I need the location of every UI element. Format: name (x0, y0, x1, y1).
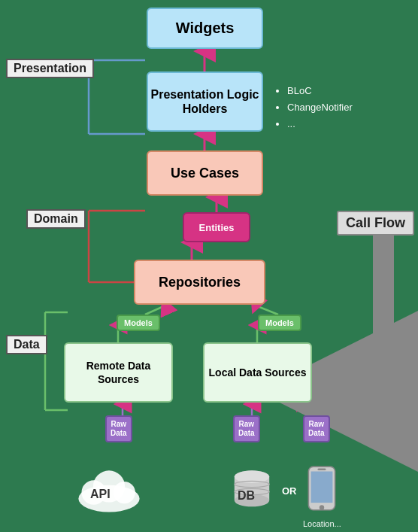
data-label: Data (6, 335, 47, 354)
bullet-item-bloc: BLoC (287, 83, 353, 99)
local-ds-label: Local Data Sources (209, 366, 307, 379)
call-flow-label: Call Flow (337, 211, 414, 236)
presentation-label: Presentation (6, 59, 94, 78)
plh-label: Presentation Logic Holders (148, 87, 262, 116)
domain-label: Domain (26, 209, 86, 229)
raw-data-badge-local2: RawData (303, 415, 330, 442)
svg-rect-32 (311, 472, 333, 503)
svg-point-24 (114, 482, 135, 503)
use-cases-label: Use Cases (171, 166, 239, 181)
phone-icon (307, 465, 337, 514)
plh-box: Presentation Logic Holders (147, 71, 263, 132)
use-cases-box: Use Cases (147, 150, 263, 196)
svg-line-4 (145, 306, 165, 315)
svg-line-5 (256, 306, 278, 315)
model-badge-local: Models (258, 315, 301, 331)
model-badge-remote: Models (117, 315, 160, 331)
local-ds-box: Local Data Sources (203, 342, 312, 403)
raw-data-badge-local: RawData (233, 415, 260, 442)
widgets-label: Widgets (176, 20, 235, 37)
repositories-box: Repositories (134, 260, 265, 305)
entities-label: Entities (199, 222, 235, 233)
or-text: OR (282, 485, 297, 497)
entities-box: Entities (183, 212, 250, 242)
bullet-item-changenotifier: ChangeNotifier (287, 99, 353, 116)
bullet-item-ellipsis: ... (287, 116, 353, 132)
api-label: API (90, 488, 111, 501)
svg-rect-34 (317, 469, 326, 470)
bullet-list: BLoC ChangeNotifier ... (277, 83, 353, 132)
svg-line-10 (301, 404, 322, 415)
raw-data-badge-remote: RawData (105, 415, 132, 442)
widgets-box: Widgets (147, 8, 263, 49)
remote-ds-box: Remote Data Sources (64, 342, 173, 403)
location-label: Location... (303, 519, 341, 528)
repositories-label: Repositories (159, 275, 241, 290)
remote-ds-label: Remote Data Sources (65, 359, 171, 386)
db-label: DB (238, 489, 255, 503)
diagram-container: Widgets Presentation Logic Holders BLoC … (0, 0, 418, 532)
svg-point-33 (320, 505, 324, 509)
